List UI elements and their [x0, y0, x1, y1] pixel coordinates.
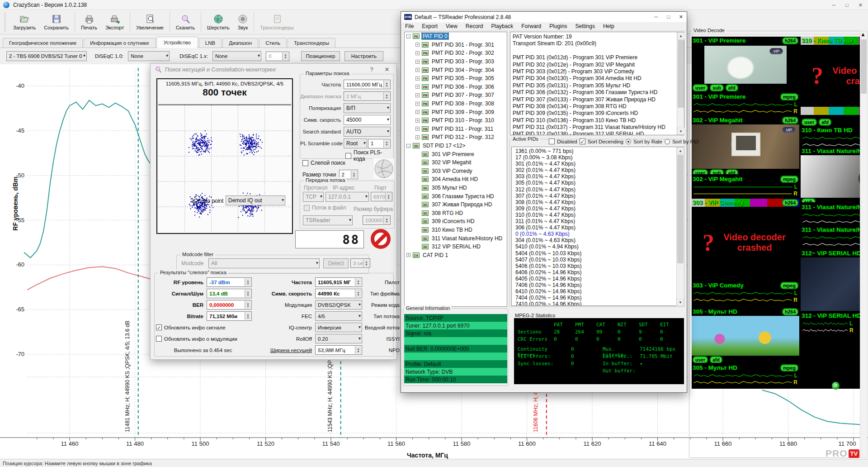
- tree-item[interactable]: + PM PMT PID 312 - Progr. 312: [405, 133, 507, 142]
- minimize-icon[interactable]: ─: [654, 14, 658, 20]
- sort-descending-checkbox[interactable]: ✓: [580, 138, 585, 144]
- pid-list[interactable]: 1361 (0.00% ~ 771 bps)17 (0.00% ~ 3.08 K…: [511, 147, 684, 306]
- spinner-arrows-icon[interactable]: [245, 301, 251, 309]
- load-button[interactable]: Загрузить: [9, 11, 40, 33]
- tree-item-label[interactable]: PMT PID 306 - Progr. 306: [431, 84, 495, 90]
- tree-item-label[interactable]: 303 ViP Comedy: [431, 168, 473, 174]
- pid-row[interactable]: 310 (0.01% ~ 4.47 Kbps): [515, 212, 675, 218]
- tree-item-label[interactable]: CAT PID 1: [422, 252, 449, 258]
- update-modulation-checkbox[interactable]: [156, 336, 162, 342]
- spinner-arrows-icon[interactable]: [383, 140, 390, 148]
- scan-button[interactable]: Сканить: [172, 11, 199, 33]
- tree-item[interactable]: + PM PMT PID 309 - Progr. 309: [405, 108, 507, 116]
- tab[interactable]: LNB: [199, 38, 222, 48]
- tree-item-label[interactable]: 302 ViP Megahit: [431, 159, 472, 166]
- positioner-button[interactable]: Позиционер: [301, 51, 340, 61]
- tree-item[interactable]: SD 305 Мульт HD: [405, 184, 507, 192]
- tree-item[interactable]: + PM PMT PID 303 - Progr. 303: [405, 57, 507, 66]
- result-sr-field[interactable]: 44990 Кс: [315, 289, 362, 298]
- tree-expander-icon[interactable]: +: [415, 85, 420, 89]
- tree-expander-icon[interactable]: -: [406, 144, 410, 148]
- menu-item[interactable]: Help: [599, 23, 618, 29]
- tree-item-label[interactable]: PMT PID 311 - Progr. 311: [431, 126, 494, 132]
- tree-expander-icon[interactable]: +: [415, 110, 420, 114]
- tree-item-label[interactable]: 306 Глазами Туриста HD: [431, 193, 495, 200]
- spinner-arrows-icon[interactable]: [351, 171, 357, 178]
- audio-block-312[interactable]: 312 - ViP SERIAL HD L R: [801, 312, 860, 345]
- tab[interactable]: Информация о спутнике: [84, 38, 156, 48]
- modulation-select[interactable]: DVBS2/QPSK▾: [315, 300, 362, 310]
- iqscan-select[interactable]: Demod IQ out▾: [226, 195, 285, 205]
- tree-item-label[interactable]: PMT PID 310 - Progr. 310: [431, 117, 495, 124]
- tree-item[interactable]: SD 303 ViP Comedy: [405, 167, 507, 176]
- audio-block-302[interactable]: 302 - ViP Megahitmpeg L R: [692, 175, 799, 198]
- tree-item[interactable]: + PM PMT PID 310 - Progr. 310: [405, 116, 507, 125]
- frequency-spinner[interactable]: 11606,000 МГц: [344, 80, 391, 89]
- audio-block-310[interactable]: userafd 310 - Кино ТВ HD: [801, 118, 860, 146]
- video-decode-scrollbar[interactable]: ▲ ▼: [860, 31, 868, 458]
- pid-row[interactable]: 306 (0.01% ~ 4.47 Kbps): [515, 224, 675, 231]
- position-spinner[interactable]: 0: [266, 52, 289, 61]
- tree-item-label[interactable]: 308 RTG HD: [431, 210, 464, 216]
- rf-level-field[interactable]: -37 dBm: [207, 277, 252, 287]
- tree-item[interactable]: + PM PMT PID 307 - Progr. 307: [405, 91, 507, 100]
- tree-item[interactable]: - PA PAT PID 0: [405, 32, 507, 41]
- spinner-arrows-icon[interactable]: [245, 290, 251, 297]
- polarization-select[interactable]: В/П▾: [344, 103, 391, 113]
- symbolrate-combo[interactable]: 45000▾: [344, 115, 391, 125]
- pid-row[interactable]: 5410 (0.01% ~ 4.94 Kbps): [515, 243, 675, 250]
- tree-item[interactable]: SD 304 Amedia Hit HD: [405, 175, 507, 184]
- diseqc1x-select[interactable]: None▾: [212, 51, 261, 61]
- tree-expander-icon[interactable]: +: [406, 253, 410, 257]
- tree-expander-icon[interactable]: +: [415, 76, 420, 81]
- audio-block-305[interactable]: 305 - Мульт HDmpeg L R: [692, 364, 799, 389]
- pid-row[interactable]: 305 (0.01% ~ 4.47 Kbps): [515, 180, 675, 186]
- export-button[interactable]: Экспорт: [101, 11, 128, 33]
- video-thumb-310[interactable]: 310 - Кино ТВ HDh264 ?Video decoder cras…: [801, 37, 860, 117]
- maximize-icon[interactable]: □: [667, 14, 670, 20]
- tree-item[interactable]: + PM PMT PID 306 - Progr. 306: [405, 83, 507, 91]
- video-thumb-305[interactable]: 305 - Мульт HDh264 userafd: [692, 308, 799, 363]
- audio-block-301[interactable]: 301 - ViP Premierempeg L R: [692, 93, 799, 115]
- tree-expander-icon[interactable]: +: [415, 93, 420, 97]
- tree-item[interactable]: + PM PMT PID 302 - Progr. 302: [405, 49, 507, 57]
- tree-item-label[interactable]: PMT PID 309 - Progr. 309: [431, 109, 495, 115]
- spinner-arrows-icon[interactable]: [355, 346, 361, 354]
- tree-item[interactable]: + PM PMT PID 311 - Progr. 311: [405, 125, 507, 133]
- tree-expander-icon[interactable]: +: [415, 60, 420, 64]
- carrier-width-field[interactable]: 53,988 МГц: [315, 345, 362, 355]
- tree-expander-icon[interactable]: +: [415, 135, 420, 139]
- pid-row[interactable]: 6406 (0.02% ~ 14.96 Kbps): [515, 269, 675, 276]
- pid-row[interactable]: 6405 (0.02% ~ 14.96 Kbps): [515, 276, 675, 282]
- pid-row[interactable]: 1361 (0.00% ~ 771 bps): [515, 148, 675, 154]
- video-thumb-302[interactable]: 302 - ViP Megahith264 ViP usersubafd: [692, 116, 799, 174]
- tree-item-label[interactable]: 311 Viasat Nature/History HD: [431, 235, 503, 242]
- tree-item-label[interactable]: PMT PID 305 - Progr. 305: [431, 75, 495, 81]
- psi-tree[interactable]: - PA PAT PID 0 + PM PMT PID 301 - Progr.…: [404, 32, 507, 307]
- pid-row[interactable]: 309 (0.01% ~ 4.47 Kbps): [515, 205, 675, 212]
- tree-item-label[interactable]: PMT PID 307 - Progr. 307: [431, 92, 495, 98]
- tree-item-label[interactable]: PMT PID 308 - Progr. 308: [431, 100, 495, 107]
- menu-item[interactable]: Record: [462, 23, 487, 29]
- tree-expander-icon[interactable]: +: [415, 127, 420, 131]
- pid-row[interactable]: 0 (0.01% ~ 4.63 Kbps): [515, 231, 675, 237]
- tree-item[interactable]: - SD SDT PID 17 <12>: [405, 142, 507, 150]
- spinner-arrows-icon[interactable]: [245, 278, 251, 286]
- tree-item-label[interactable]: PMT PID 304 - Progr. 304: [431, 67, 495, 73]
- audio-block-311a[interactable]: 311 - Viasat Nature/H: [801, 203, 860, 225]
- tree-expander-icon[interactable]: -: [406, 34, 410, 38]
- pid-row[interactable]: 7406 (0.02% ~ 14.96 Kbps): [515, 282, 675, 288]
- ber-field[interactable]: 0,0000000: [207, 300, 252, 310]
- tree-item-label[interactable]: PMT PID 303 - Progr. 303: [431, 58, 495, 65]
- pid-row[interactable]: 6410 (0.02% ~ 14.96 Kbps): [515, 288, 675, 295]
- tsreader-titlebar[interactable]: DVB Default -- TSReader Professional 2.8…: [401, 12, 687, 22]
- pid-list-scrollbar[interactable]: ▲ ▼: [676, 147, 684, 306]
- menu-item[interactable]: Settings: [571, 23, 599, 29]
- video-thumb-301[interactable]: 301 - ViP Premiereh264 ViP usersubafd: [692, 37, 799, 92]
- tree-item-label[interactable]: 310 Кино ТВ HD: [431, 227, 473, 233]
- tree-item-label[interactable]: PAT PID 0: [422, 33, 448, 39]
- scroll-down-icon[interactable]: ▼: [677, 128, 684, 135]
- tree-item-label[interactable]: 305 Мульт HD: [431, 185, 468, 191]
- pat-details-panel[interactable]: PAT Version Number: 19Transport Stream I…: [510, 32, 684, 135]
- update-signal-checkbox[interactable]: ✓: [156, 324, 162, 330]
